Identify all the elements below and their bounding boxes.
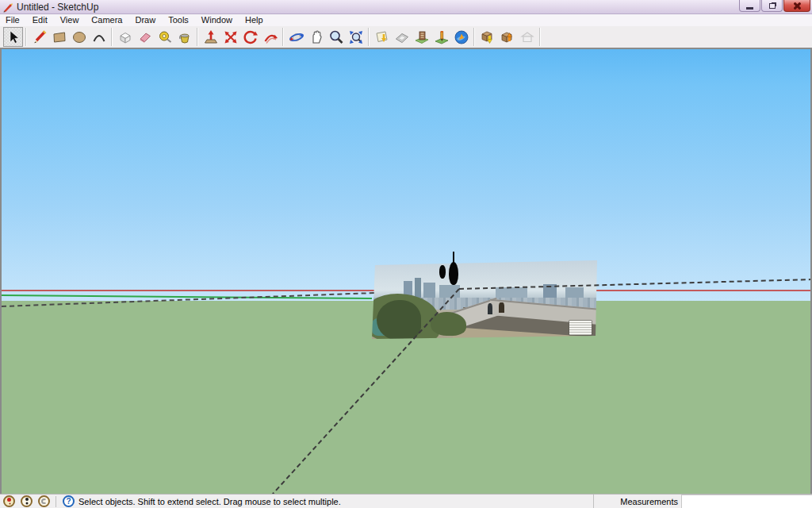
gtav-logo-watermark: [569, 321, 592, 335]
help-icon[interactable]: ?: [63, 495, 75, 507]
rectangle-tool-button[interactable]: [49, 27, 69, 47]
photo-person: [488, 303, 492, 314]
ink-mark-antenna: [453, 252, 454, 264]
orbit-icon: [289, 29, 304, 45]
menu-window[interactable]: Window: [195, 14, 239, 26]
zoom-extents-icon: [348, 29, 364, 45]
get-models-icon: [480, 29, 496, 45]
toolbar-separator: [282, 28, 284, 46]
minimize-icon: [746, 7, 753, 10]
building-maker-icon: [434, 29, 450, 45]
sketchup-window: Untitled - SketchUp File Edit View Camer…: [0, 0, 812, 508]
push-pull-tool-button[interactable]: [201, 27, 220, 47]
rotate-tool-button[interactable]: [240, 27, 260, 47]
photo-skyscraper: [415, 278, 422, 298]
circle-tool-button[interactable]: [69, 27, 89, 47]
tape-measure-tool-button[interactable]: [155, 27, 174, 47]
imported-photo[interactable]: [372, 260, 597, 339]
menu-view[interactable]: View: [54, 14, 86, 26]
getting-started-toolbar: [0, 26, 812, 48]
ink-mark-large[interactable]: [449, 262, 458, 285]
add-location-icon: [374, 29, 390, 45]
pan-tool-button[interactable]: [306, 27, 326, 47]
sketchup-app-icon: [2, 2, 13, 13]
rectangle-icon: [52, 29, 67, 45]
zoom-magnifier-icon: [328, 29, 344, 45]
rotate-icon: [243, 29, 259, 45]
restore-icon: [769, 3, 776, 9]
measurements-input[interactable]: [681, 495, 812, 508]
zoom-tool-button[interactable]: [326, 27, 346, 47]
attribution-icon[interactable]: [21, 495, 33, 507]
share-model-button[interactable]: [497, 27, 517, 47]
line-tool-button[interactable]: [29, 27, 49, 47]
eraser-tool-button[interactable]: [135, 27, 155, 47]
menu-help[interactable]: Help: [239, 14, 270, 26]
menu-file[interactable]: File: [0, 14, 26, 26]
geolocation-icon[interactable]: [3, 495, 15, 507]
title-bar: Untitled - SketchUp: [0, 0, 812, 14]
share-model-icon: [500, 29, 515, 45]
photo-textures-icon: [414, 29, 430, 45]
photo-trees: [377, 300, 422, 341]
toolbar-separator: [111, 28, 113, 46]
offset-tool-button[interactable]: [260, 27, 280, 47]
toggle-terrain-button[interactable]: [392, 27, 412, 47]
photo-person: [499, 302, 504, 313]
pan-hand-icon: [308, 29, 324, 45]
arc-icon: [91, 29, 107, 45]
make-component-button[interactable]: [115, 27, 135, 47]
eraser-icon: [137, 29, 153, 45]
c-glyph: [41, 498, 47, 504]
building-maker-button[interactable]: [431, 27, 451, 47]
model-viewport[interactable]: [0, 48, 812, 494]
arc-tool-button[interactable]: [89, 27, 109, 47]
photo-bush: [431, 312, 466, 336]
menu-edit[interactable]: Edit: [26, 14, 54, 26]
menu-camera[interactable]: Camera: [85, 14, 128, 26]
ink-mark-small[interactable]: [439, 265, 446, 279]
toolbar-separator: [473, 28, 475, 46]
move-tool-button[interactable]: [220, 27, 240, 47]
photo-textures-button[interactable]: [412, 27, 431, 47]
select-arrow-icon: [6, 29, 21, 45]
get-models-button[interactable]: [477, 27, 497, 47]
restore-button[interactable]: [761, 0, 783, 12]
paint-bucket-icon: [177, 29, 193, 45]
toolbar-separator: [368, 28, 370, 46]
minimize-button[interactable]: [739, 0, 760, 12]
statusbar-divider: [593, 495, 594, 508]
status-bar: ? Select objects. Shift to extend select…: [0, 494, 812, 508]
photo-skyline-block: [496, 287, 527, 298]
close-button[interactable]: [783, 0, 810, 12]
pencil-icon: [32, 29, 48, 45]
orbit-tool-button[interactable]: [286, 27, 306, 47]
warehouse-house-icon: [519, 29, 535, 45]
menu-bar: File Edit View Camera Draw Tools Window …: [0, 14, 812, 26]
menu-draw[interactable]: Draw: [128, 14, 162, 26]
status-message: Select objects. Shift to extend select. …: [79, 497, 341, 506]
add-location-button[interactable]: [372, 27, 392, 47]
google-earth-button[interactable]: [451, 27, 471, 47]
window-title: Untitled - SketchUp: [17, 2, 98, 13]
menu-tools[interactable]: Tools: [162, 14, 195, 26]
photo-skyscraper: [423, 283, 435, 298]
photo-content: [372, 260, 597, 339]
warehouse-button[interactable]: [517, 27, 537, 47]
statusbar-separator: [56, 496, 56, 507]
toolbar-separator: [197, 28, 198, 46]
toolbar-separator: [539, 28, 541, 46]
person-glyph: [25, 498, 29, 501]
toolbar-separator: [25, 28, 27, 46]
toggle-terrain-icon: [394, 29, 410, 45]
zoom-extents-button[interactable]: [346, 27, 366, 47]
paint-bucket-tool-button[interactable]: [174, 27, 194, 47]
move-icon: [223, 29, 239, 45]
tape-measure-icon: [157, 29, 173, 45]
offset-icon: [262, 29, 278, 45]
credits-icon[interactable]: [38, 495, 50, 507]
component-box-icon: [117, 29, 133, 45]
push-pull-icon: [203, 29, 219, 45]
select-tool-button[interactable]: [3, 27, 23, 47]
measurements-label: Measurements: [603, 497, 678, 506]
